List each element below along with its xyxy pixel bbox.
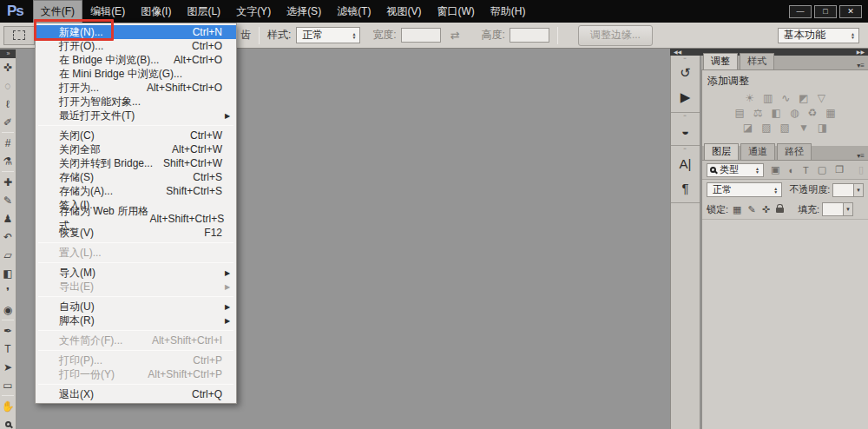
file-menu-item[interactable]: 打印(P)...Ctrl+P: [36, 353, 236, 367]
tab-路径[interactable]: 路径: [777, 143, 812, 160]
lock-position-icon[interactable]: ✜: [762, 204, 770, 215]
smart-object-filter-icon[interactable]: ❐: [835, 164, 844, 175]
paragraph-panel-icon[interactable]: ¶: [671, 175, 700, 200]
file-menu-item[interactable]: 最近打开文件(T)▶: [36, 109, 236, 122]
file-menu-item[interactable]: 打开(O)...Ctrl+O: [36, 39, 236, 53]
maximize-button[interactable]: □: [814, 5, 837, 18]
color-lookup-icon[interactable]: ▦: [825, 108, 835, 118]
menubar-item-help[interactable]: 帮助(H): [483, 0, 534, 23]
file-menu-item[interactable]: 关闭全部Alt+Ctrl+W: [36, 142, 236, 156]
lock-image-pixels-icon[interactable]: ✎: [747, 204, 755, 215]
lasso-tool[interactable]: ℓ: [0, 95, 16, 113]
move-tool[interactable]: ✜: [0, 58, 16, 76]
file-menu-item[interactable]: 导入(M)▶: [36, 266, 236, 280]
path-selection-tool[interactable]: ➤: [0, 358, 16, 376]
type-layer-filter-icon[interactable]: T: [803, 165, 809, 175]
posterize-icon[interactable]: ▨: [761, 122, 771, 133]
workspace-select[interactable]: 基本功能 ▲▼: [778, 28, 859, 43]
menubar-item-filter[interactable]: 滤镜(T): [329, 0, 378, 23]
color-balance-icon[interactable]: ⚖: [753, 108, 763, 118]
file-menu-item[interactable]: 打开为...Alt+Shift+Ctrl+O: [36, 81, 236, 95]
tab-图层[interactable]: 图层: [704, 143, 739, 160]
file-menu-item[interactable]: 脚本(R)▶: [36, 314, 236, 327]
zoom-tool[interactable]: [0, 415, 16, 429]
file-menu-item[interactable]: 关闭(C)Ctrl+W: [36, 129, 236, 142]
opacity-dropdown-icon[interactable]: ▼: [853, 184, 863, 196]
menubar-item-window[interactable]: 窗口(W): [429, 0, 482, 23]
hue-saturation-icon[interactable]: ▤: [734, 108, 744, 118]
menubar-item-type[interactable]: 文字(Y): [228, 0, 279, 23]
properties-panel-icon[interactable]: ◒: [671, 118, 700, 142]
pen-tool[interactable]: ✒: [0, 321, 16, 340]
selective-color-icon[interactable]: ▼: [799, 122, 809, 133]
fill-select[interactable]: ▼: [822, 202, 853, 216]
minimize-button[interactable]: —: [789, 5, 812, 18]
tab-调整[interactable]: 调整: [703, 53, 738, 69]
toolbar-collapse-icon[interactable]: »: [0, 50, 16, 58]
file-menu-item[interactable]: 文件简介(F)...Alt+Shift+Ctrl+I: [36, 333, 236, 347]
dock-collapse-icon[interactable]: ▶▶: [857, 49, 865, 56]
crop-tool[interactable]: #: [0, 134, 16, 152]
adjustments-panel-menu-icon[interactable]: ▾≡: [857, 62, 865, 69]
swap-dimensions-icon[interactable]: ⇄: [450, 29, 460, 42]
file-menu-item[interactable]: 存储为 Web 所用格式...Alt+Shift+Ctrl+S: [36, 212, 236, 226]
file-menu-item[interactable]: 在 Mini Bridge 中浏览(G)...: [36, 67, 236, 81]
blend-mode-select[interactable]: 正常 ▲▼: [707, 182, 782, 197]
dodge-tool[interactable]: ◉: [0, 300, 16, 319]
file-menu-item[interactable]: 存储为(A)...Shift+Ctrl+S: [36, 184, 236, 198]
tab-样式[interactable]: 样式: [740, 53, 774, 69]
tool-preset-picker[interactable]: [3, 26, 35, 45]
adjustment-layer-filter-icon[interactable]: ◐: [788, 165, 794, 175]
shape-tool[interactable]: ▭: [0, 376, 16, 394]
actions-panel-icon[interactable]: ▶: [671, 85, 700, 109]
shape-layer-filter-icon[interactable]: ▢: [818, 164, 826, 175]
history-brush-tool[interactable]: ↶: [0, 228, 16, 246]
exposure-icon[interactable]: ◩: [799, 93, 808, 103]
channel-mixer-icon[interactable]: ♻: [807, 108, 817, 118]
vibrance-icon[interactable]: ▽: [818, 93, 825, 103]
file-menu-item[interactable]: 置入(L)...: [36, 246, 236, 260]
quick-selection-tool[interactable]: ✐: [0, 113, 16, 131]
style-select[interactable]: 正常 ▲▼: [296, 27, 360, 43]
type-tool[interactable]: T: [0, 340, 16, 358]
brush-tool[interactable]: ✎: [0, 191, 16, 209]
clone-stamp-tool[interactable]: ♟: [0, 209, 16, 228]
file-menu-item[interactable]: 在 Bridge 中浏览(B)...Alt+Ctrl+O: [36, 53, 236, 67]
opacity-select[interactable]: ▼: [832, 183, 864, 197]
invert-icon[interactable]: ◪: [743, 122, 753, 133]
file-menu-item[interactable]: 退出(X)Ctrl+Q: [36, 387, 236, 401]
file-menu-item[interactable]: 存储(S)Ctrl+S: [36, 170, 236, 184]
dock-expand-icon[interactable]: ◀◀: [674, 49, 681, 56]
menubar-item-layer[interactable]: 图层(L): [179, 0, 228, 23]
file-menu-item[interactable]: 自动(U)▶: [36, 300, 236, 314]
marquee-tool[interactable]: ◌: [0, 76, 16, 95]
levels-icon[interactable]: ▥: [763, 93, 773, 103]
width-input[interactable]: [401, 28, 441, 43]
tab-通道[interactable]: 通道: [740, 143, 775, 160]
file-menu-item[interactable]: 打开为智能对象...: [36, 95, 236, 109]
layers-list-area[interactable]: [702, 220, 868, 429]
menubar-item-image[interactable]: 图像(I): [133, 0, 179, 23]
close-button[interactable]: ✕: [839, 5, 862, 18]
file-menu-item[interactable]: 打印一份(Y)Alt+Shift+Ctrl+P: [36, 367, 236, 381]
hand-tool[interactable]: ✋: [0, 397, 16, 415]
blur-tool[interactable]: ❜: [0, 282, 16, 300]
layer-filter-select[interactable]: 类型 ▲▼: [707, 163, 764, 177]
threshold-icon[interactable]: ▧: [780, 122, 790, 133]
healing-brush-tool[interactable]: ✚: [0, 173, 16, 191]
refine-edge-button[interactable]: 调整边缘...: [578, 25, 653, 46]
lock-all-icon[interactable]: [776, 204, 784, 214]
brightness-contrast-icon[interactable]: ☀: [745, 93, 754, 103]
eraser-tool[interactable]: ▱: [0, 246, 16, 264]
fill-dropdown-icon[interactable]: ▼: [843, 203, 852, 215]
file-menu-item[interactable]: 导出(E)▶: [36, 280, 236, 294]
gradient-map-icon[interactable]: ◨: [818, 122, 827, 133]
photo-filter-icon[interactable]: ◍: [790, 108, 799, 118]
height-input[interactable]: [510, 28, 549, 43]
eyedropper-tool[interactable]: ⚗: [0, 152, 16, 170]
menubar-item-view[interactable]: 视图(V): [378, 0, 429, 23]
character-panel-icon[interactable]: A|: [671, 151, 700, 175]
black-white-icon[interactable]: ◧: [772, 108, 781, 118]
menubar-item-select[interactable]: 选择(S): [279, 0, 329, 23]
file-menu-item[interactable]: 关闭并转到 Bridge...Shift+Ctrl+W: [36, 156, 236, 170]
